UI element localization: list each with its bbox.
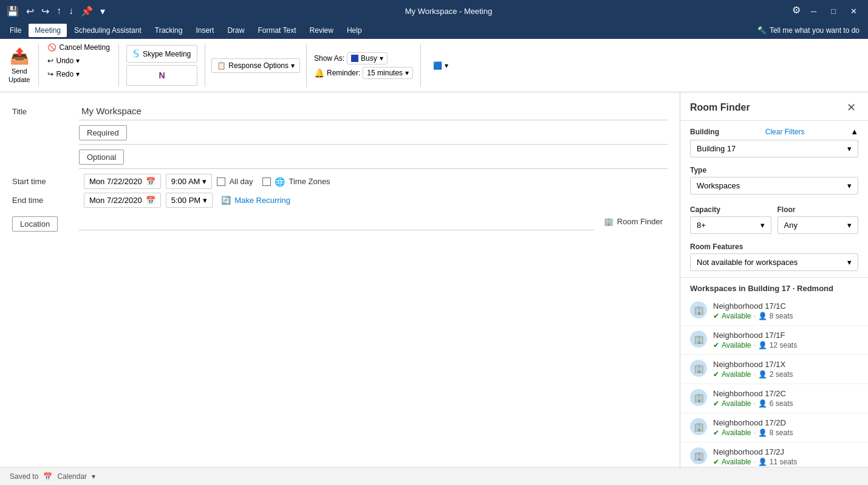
menu-draw[interactable]: Draw	[221, 24, 250, 37]
end-time-input[interactable]: 5:00 PM ▾	[166, 193, 213, 208]
room-name-2: Neighborhood 17/1X	[713, 360, 858, 369]
menu-tracking[interactable]: Tracking	[149, 24, 189, 37]
body-textarea[interactable]	[12, 239, 668, 257]
dropdown-icon[interactable]: ▾	[98, 5, 107, 17]
floor-dropdown[interactable]: Any ▾	[777, 216, 859, 234]
floor-col: Floor Any ▾	[777, 205, 859, 234]
menu-format-text[interactable]: Format Text	[251, 24, 302, 37]
start-date-value: Mon 7/22/2020	[89, 177, 142, 186]
location-tag[interactable]: Location	[12, 216, 58, 232]
room-features-value: Not available for workspaces	[697, 258, 798, 267]
show-as-dropdown[interactable]: Busy ▾	[347, 52, 388, 64]
send-update-button[interactable]: 📤 SendUpdate	[4, 41, 35, 89]
ribbon: 📤 SendUpdate 🚫 Cancel Meeting ↩ Undo ▾ ↪…	[0, 39, 868, 92]
room-features-dropdown[interactable]: Not available for workspaces ▾	[690, 253, 858, 271]
capacity-chevron-icon: ▾	[760, 221, 765, 230]
undo-button[interactable]: ↩ Undo ▾	[43, 55, 114, 67]
room-icon-2: 🏢	[690, 360, 707, 377]
room-list: 🏢 Neighborhood 17/1C ✔ Available · 👤 8 s…	[680, 297, 868, 485]
room-finder-icon: 🏢	[604, 217, 613, 226]
onenote-button[interactable]: N	[126, 65, 197, 86]
minimize-button[interactable]: ─	[805, 4, 822, 18]
time-chevron-icon: ▾	[202, 177, 207, 186]
response-options-button[interactable]: 📋 Response Options ▾	[211, 58, 300, 73]
room-features-section: Room Features Not available for workspac…	[680, 240, 868, 277]
meeting-body[interactable]	[12, 239, 668, 391]
room-item-0[interactable]: 🏢 Neighborhood 17/1C ✔ Available · 👤 8 s…	[680, 297, 868, 326]
settings-icon[interactable]: ⚙	[790, 4, 802, 18]
up-icon[interactable]: ↑	[55, 5, 63, 16]
redo-button[interactable]: ↪ Redo ▾	[43, 68, 114, 80]
room-item-4[interactable]: 🏢 Neighborhood 17/2D ✔ Available · 👤 8 s…	[680, 413, 868, 442]
room-meta-1: ✔ Available · 👤 12 seats	[713, 341, 858, 349]
room-item-3[interactable]: 🏢 Neighborhood 17/2C ✔ Available · 👤 6 s…	[680, 384, 868, 413]
start-time-input[interactable]: 9:00 AM ▾	[166, 174, 213, 189]
pin-icon[interactable]: 📌	[79, 5, 95, 17]
menu-help[interactable]: Help	[341, 24, 368, 37]
building-section: Building Clear Filters ▲ Building 17 ▾	[680, 121, 868, 163]
calendar-chevron-icon[interactable]: ▾	[92, 472, 95, 481]
capacity-col: Capacity 8+ ▾	[690, 205, 771, 234]
undo-icon[interactable]: ↩	[24, 5, 36, 17]
menu-file[interactable]: File	[4, 24, 27, 37]
divider-2	[118, 44, 119, 87]
meeting-form: Title Required Optional Start time	[0, 92, 680, 485]
room-finder-button[interactable]: 🏢 Room Finder	[599, 215, 668, 229]
reminder-dropdown[interactable]: 15 minutes ▾	[363, 67, 413, 79]
reminder-bell-icon: 🔔	[314, 68, 324, 78]
title-bar: 💾 ↩ ↪ ↑ ↓ 📌 ▾ My Workspace - Meeting ⚙ ─…	[0, 0, 868, 22]
tags-button[interactable]: 🟦 ▾	[428, 60, 453, 72]
title-input[interactable]	[79, 102, 668, 120]
required-tag[interactable]: Required	[79, 125, 127, 140]
room-item-2[interactable]: 🏢 Neighborhood 17/1X ✔ Available · 👤 2 s…	[680, 355, 868, 384]
cancel-meeting-button[interactable]: 🚫 Cancel Meeting	[43, 41, 114, 53]
room-info-1: Neighborhood 17/1F ✔ Available · 👤 12 se…	[713, 331, 858, 349]
divider-1	[38, 44, 39, 87]
skype-meeting-button[interactable]: 𝕊 Skype Meeting	[126, 45, 197, 63]
maximize-button[interactable]: □	[825, 4, 842, 18]
time-zones-checkbox[interactable]	[262, 177, 271, 186]
make-recurring-button[interactable]: 🔄 Make Recurring	[217, 194, 294, 206]
menu-scheduling-assistant[interactable]: Scheduling Assistant	[68, 24, 148, 37]
menu-review[interactable]: Review	[304, 24, 340, 37]
type-section: Type Workspaces ▾	[680, 163, 868, 201]
type-dropdown[interactable]: Workspaces ▾	[690, 177, 858, 194]
room-finder-panel: Room Finder ✕ Building Clear Filters ▲ B…	[680, 92, 868, 485]
capacity-dropdown[interactable]: 8+ ▾	[690, 216, 771, 234]
timezone-icon: 🌐	[275, 177, 285, 187]
building-chevron-icon: ▾	[847, 144, 852, 153]
start-date-input[interactable]: Mon 7/22/2020 📅	[84, 174, 161, 189]
start-time-row: Start time Mon 7/22/2020 📅 9:00 AM ▾ All…	[12, 174, 668, 189]
save-icon[interactable]: 💾	[5, 5, 21, 17]
room-status-icon-3: ✔	[713, 399, 719, 408]
building-dropdown[interactable]: Building 17 ▾	[690, 140, 858, 157]
down-icon[interactable]: ↓	[67, 5, 75, 16]
redo-icon[interactable]: ↪	[39, 5, 51, 17]
building-collapse-icon[interactable]: ▲	[850, 127, 858, 136]
all-day-checkbox[interactable]	[217, 177, 225, 186]
menu-meeting[interactable]: Meeting	[29, 24, 67, 37]
room-status-4: Available	[722, 428, 751, 437]
recurring-icon: 🔄	[221, 196, 231, 205]
room-features-label: Room Features	[690, 243, 858, 251]
end-time-chevron-icon: ▾	[203, 196, 207, 205]
room-item-1[interactable]: 🏢 Neighborhood 17/1F ✔ Available · 👤 12 …	[680, 326, 868, 355]
location-input[interactable]	[79, 213, 594, 230]
room-name-3: Neighborhood 17/2C	[713, 389, 858, 398]
room-status-icon-4: ✔	[713, 428, 719, 437]
menu-insert[interactable]: Insert	[190, 24, 220, 37]
divider-3	[205, 44, 205, 87]
close-button[interactable]: ✕	[844, 4, 863, 18]
room-icon-3: 🏢	[690, 389, 707, 406]
clear-filters-button[interactable]: Clear Filters	[765, 128, 805, 136]
room-seats-0: 8 seats	[770, 312, 793, 320]
room-finder-close-button[interactable]: ✕	[844, 100, 858, 115]
end-date-input[interactable]: Mon 7/22/2020 📅	[84, 193, 161, 208]
tell-me-bar[interactable]: 🔦 Tell me what you want to do	[753, 26, 864, 35]
optional-tag[interactable]: Optional	[79, 150, 124, 165]
optional-row: Optional	[12, 150, 668, 169]
end-time-label: End time	[12, 196, 79, 205]
reminder-control: 🔔 Reminder: 15 minutes ▾	[314, 67, 413, 79]
floor-label: Floor	[777, 205, 859, 214]
room-seats-4: 8 seats	[770, 428, 793, 437]
